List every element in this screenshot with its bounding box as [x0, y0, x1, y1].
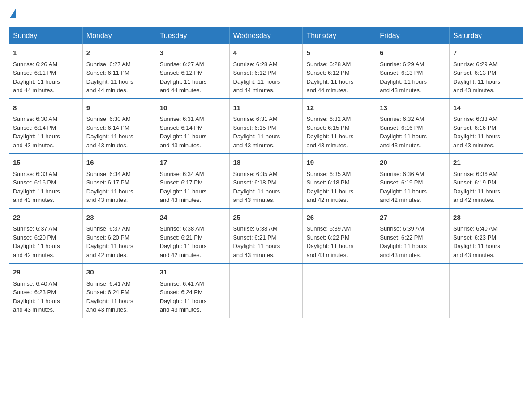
- weekday-header-thursday: Thursday: [303, 27, 376, 45]
- day-number: 9: [86, 103, 152, 113]
- day-info: Sunrise: 6:32 AM Sunset: 6:16 PM Dayligh…: [380, 116, 427, 149]
- day-number: 5: [306, 48, 372, 58]
- calendar-day-cell: 30 Sunrise: 6:41 AM Sunset: 6:24 PM Dayl…: [82, 263, 156, 318]
- calendar-day-cell: [229, 263, 303, 318]
- calendar-week-row: 8 Sunrise: 6:30 AM Sunset: 6:14 PM Dayli…: [9, 99, 523, 154]
- day-number: 24: [160, 213, 226, 223]
- day-number: 3: [160, 48, 226, 58]
- calendar-day-cell: 6 Sunrise: 6:29 AM Sunset: 6:13 PM Dayli…: [376, 44, 450, 99]
- day-info: Sunrise: 6:27 AM Sunset: 6:11 PM Dayligh…: [86, 61, 133, 94]
- day-number: 14: [453, 103, 519, 113]
- calendar-day-cell: 29 Sunrise: 6:40 AM Sunset: 6:23 PM Dayl…: [9, 263, 83, 318]
- day-info: Sunrise: 6:37 AM Sunset: 6:20 PM Dayligh…: [86, 225, 133, 258]
- day-number: 22: [13, 213, 79, 223]
- calendar-day-cell: 1 Sunrise: 6:26 AM Sunset: 6:11 PM Dayli…: [9, 44, 83, 99]
- day-info: Sunrise: 6:40 AM Sunset: 6:23 PM Dayligh…: [453, 225, 500, 258]
- page-header: [9, 9, 523, 18]
- day-number: 13: [380, 103, 446, 113]
- calendar-week-row: 29 Sunrise: 6:40 AM Sunset: 6:23 PM Dayl…: [9, 263, 523, 318]
- day-number: 15: [13, 158, 79, 168]
- calendar-day-cell: 31 Sunrise: 6:41 AM Sunset: 6:24 PM Dayl…: [156, 263, 229, 318]
- calendar-header-row: SundayMondayTuesdayWednesdayThursdayFrid…: [9, 27, 523, 45]
- calendar-table: SundayMondayTuesdayWednesdayThursdayFrid…: [9, 27, 523, 318]
- calendar-day-cell: 16 Sunrise: 6:34 AM Sunset: 6:17 PM Dayl…: [82, 154, 156, 209]
- day-number: 18: [233, 158, 299, 168]
- day-number: 10: [160, 103, 226, 113]
- calendar-day-cell: 2 Sunrise: 6:27 AM Sunset: 6:11 PM Dayli…: [82, 44, 156, 99]
- day-info: Sunrise: 6:30 AM Sunset: 6:14 PM Dayligh…: [13, 116, 60, 149]
- calendar-day-cell: 17 Sunrise: 6:34 AM Sunset: 6:17 PM Dayl…: [156, 154, 229, 209]
- day-number: 2: [86, 48, 152, 58]
- day-info: Sunrise: 6:35 AM Sunset: 6:18 PM Dayligh…: [306, 171, 353, 204]
- day-number: 1: [13, 48, 79, 58]
- calendar-day-cell: 3 Sunrise: 6:27 AM Sunset: 6:12 PM Dayli…: [156, 44, 229, 99]
- day-number: 11: [233, 103, 299, 113]
- calendar-day-cell: [303, 263, 376, 318]
- weekday-header-wednesday: Wednesday: [229, 27, 303, 45]
- calendar-day-cell: [450, 263, 523, 318]
- calendar-day-cell: 9 Sunrise: 6:30 AM Sunset: 6:14 PM Dayli…: [82, 99, 156, 154]
- day-number: 7: [453, 48, 519, 58]
- calendar-day-cell: 23 Sunrise: 6:37 AM Sunset: 6:20 PM Dayl…: [82, 209, 156, 264]
- day-info: Sunrise: 6:35 AM Sunset: 6:18 PM Dayligh…: [233, 171, 280, 204]
- day-number: 4: [233, 48, 299, 58]
- day-info: Sunrise: 6:41 AM Sunset: 6:24 PM Dayligh…: [160, 280, 207, 313]
- calendar-day-cell: [376, 263, 450, 318]
- day-number: 31: [160, 267, 226, 278]
- calendar-day-cell: 25 Sunrise: 6:38 AM Sunset: 6:21 PM Dayl…: [229, 209, 303, 264]
- calendar-week-row: 22 Sunrise: 6:37 AM Sunset: 6:20 PM Dayl…: [9, 209, 523, 264]
- day-info: Sunrise: 6:28 AM Sunset: 6:12 PM Dayligh…: [233, 61, 280, 94]
- day-number: 17: [160, 158, 226, 168]
- calendar-day-cell: 7 Sunrise: 6:29 AM Sunset: 6:13 PM Dayli…: [450, 44, 523, 99]
- calendar-week-row: 1 Sunrise: 6:26 AM Sunset: 6:11 PM Dayli…: [9, 44, 523, 99]
- calendar-day-cell: 20 Sunrise: 6:36 AM Sunset: 6:19 PM Dayl…: [376, 154, 450, 209]
- day-info: Sunrise: 6:34 AM Sunset: 6:17 PM Dayligh…: [86, 171, 133, 204]
- calendar-day-cell: 19 Sunrise: 6:35 AM Sunset: 6:18 PM Dayl…: [303, 154, 376, 209]
- day-number: 21: [453, 158, 519, 168]
- day-info: Sunrise: 6:41 AM Sunset: 6:24 PM Dayligh…: [86, 280, 133, 313]
- calendar-day-cell: 13 Sunrise: 6:32 AM Sunset: 6:16 PM Dayl…: [376, 99, 450, 154]
- day-number: 16: [86, 158, 152, 168]
- day-info: Sunrise: 6:33 AM Sunset: 6:16 PM Dayligh…: [13, 171, 60, 204]
- calendar-day-cell: 11 Sunrise: 6:31 AM Sunset: 6:15 PM Dayl…: [229, 99, 303, 154]
- calendar-day-cell: 4 Sunrise: 6:28 AM Sunset: 6:12 PM Dayli…: [229, 44, 303, 99]
- calendar-day-cell: 5 Sunrise: 6:28 AM Sunset: 6:12 PM Dayli…: [303, 44, 376, 99]
- day-number: 29: [13, 267, 79, 278]
- calendar-day-cell: 15 Sunrise: 6:33 AM Sunset: 6:16 PM Dayl…: [9, 154, 83, 209]
- calendar-day-cell: 28 Sunrise: 6:40 AM Sunset: 6:23 PM Dayl…: [450, 209, 523, 264]
- calendar-week-row: 15 Sunrise: 6:33 AM Sunset: 6:16 PM Dayl…: [9, 154, 523, 209]
- calendar-day-cell: 10 Sunrise: 6:31 AM Sunset: 6:14 PM Dayl…: [156, 99, 229, 154]
- day-number: 6: [380, 48, 446, 58]
- logo: [9, 9, 16, 18]
- calendar-day-cell: 22 Sunrise: 6:37 AM Sunset: 6:20 PM Dayl…: [9, 209, 83, 264]
- calendar-day-cell: 24 Sunrise: 6:38 AM Sunset: 6:21 PM Dayl…: [156, 209, 229, 264]
- day-info: Sunrise: 6:30 AM Sunset: 6:14 PM Dayligh…: [86, 116, 133, 149]
- day-info: Sunrise: 6:37 AM Sunset: 6:20 PM Dayligh…: [13, 225, 60, 258]
- weekday-header-monday: Monday: [82, 27, 156, 45]
- weekday-header-friday: Friday: [376, 27, 450, 45]
- day-number: 25: [233, 213, 299, 223]
- day-info: Sunrise: 6:32 AM Sunset: 6:15 PM Dayligh…: [306, 116, 353, 149]
- day-info: Sunrise: 6:29 AM Sunset: 6:13 PM Dayligh…: [380, 61, 427, 94]
- day-number: 30: [86, 267, 152, 278]
- day-number: 20: [380, 158, 446, 168]
- calendar-day-cell: 14 Sunrise: 6:33 AM Sunset: 6:16 PM Dayl…: [450, 99, 523, 154]
- day-info: Sunrise: 6:36 AM Sunset: 6:19 PM Dayligh…: [453, 171, 500, 204]
- calendar-day-cell: 26 Sunrise: 6:39 AM Sunset: 6:22 PM Dayl…: [303, 209, 376, 264]
- weekday-header-tuesday: Tuesday: [156, 27, 229, 45]
- day-number: 8: [13, 103, 79, 113]
- calendar-day-cell: 18 Sunrise: 6:35 AM Sunset: 6:18 PM Dayl…: [229, 154, 303, 209]
- day-info: Sunrise: 6:27 AM Sunset: 6:12 PM Dayligh…: [160, 61, 207, 94]
- day-info: Sunrise: 6:31 AM Sunset: 6:15 PM Dayligh…: [233, 116, 280, 149]
- calendar-day-cell: 27 Sunrise: 6:39 AM Sunset: 6:22 PM Dayl…: [376, 209, 450, 264]
- day-info: Sunrise: 6:34 AM Sunset: 6:17 PM Dayligh…: [160, 171, 207, 204]
- day-info: Sunrise: 6:39 AM Sunset: 6:22 PM Dayligh…: [380, 225, 427, 258]
- day-number: 23: [86, 213, 152, 223]
- weekday-header-saturday: Saturday: [450, 27, 523, 45]
- day-info: Sunrise: 6:26 AM Sunset: 6:11 PM Dayligh…: [13, 61, 60, 94]
- calendar-day-cell: 8 Sunrise: 6:30 AM Sunset: 6:14 PM Dayli…: [9, 99, 83, 154]
- logo-triangle-icon: [10, 9, 16, 18]
- day-number: 26: [306, 213, 372, 223]
- day-number: 28: [453, 213, 519, 223]
- day-number: 19: [306, 158, 372, 168]
